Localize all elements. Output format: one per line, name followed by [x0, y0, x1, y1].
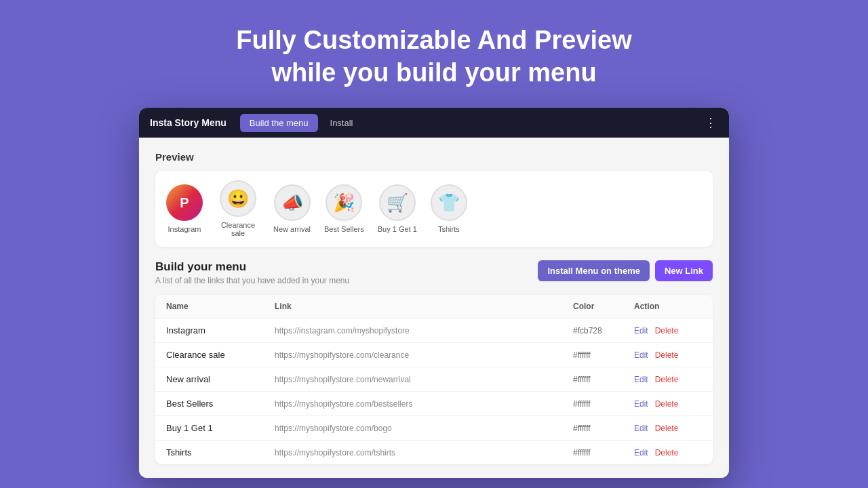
- col-link: Link: [275, 302, 573, 311]
- edit-button[interactable]: Edit: [634, 375, 648, 384]
- row-color: #ffffff: [573, 448, 634, 458]
- col-color: Color: [573, 302, 634, 311]
- row-name: Tshirts: [166, 447, 275, 458]
- delete-button[interactable]: Delete: [655, 350, 679, 360]
- story-circle-tshirts: 👕: [431, 184, 467, 221]
- table-row: Instagram https://instagram.com/myshopif…: [155, 319, 713, 343]
- nav-tabs: Build the menu Install: [240, 114, 363, 132]
- delete-button[interactable]: Delete: [655, 448, 679, 458]
- build-title: Build your menu: [155, 260, 349, 274]
- row-color: #ffffff: [573, 350, 634, 360]
- table-header: Name Link Color Action: [155, 295, 713, 319]
- story-name-instagram: Instagram: [168, 225, 201, 233]
- row-action: Edit Delete: [634, 326, 702, 336]
- story-circle-instagram: P: [166, 184, 203, 221]
- row-link: https://myshopifystore.com/newarrival: [275, 375, 573, 384]
- edit-button[interactable]: Edit: [634, 350, 648, 360]
- edit-button[interactable]: Edit: [634, 448, 648, 458]
- row-color: #ffffff: [573, 375, 634, 384]
- row-color: #fcb728: [573, 326, 634, 336]
- row-action: Edit Delete: [634, 375, 702, 384]
- hero-line1: Fully Customizable And Preview: [236, 26, 632, 54]
- row-name: New arrival: [166, 374, 275, 384]
- row-link: https://myshopifystore.com/clearance: [275, 350, 573, 360]
- table-row: Best Sellers https://myshopifystore.com/…: [155, 392, 713, 416]
- delete-button[interactable]: Delete: [655, 326, 679, 336]
- row-name: Instagram: [166, 325, 275, 336]
- more-options-button[interactable]: ⋮: [705, 115, 718, 130]
- table-row: Tshirts https://myshopifystore.com/tshir…: [155, 441, 713, 464]
- story-item-clearance[interactable]: 😀 Clearance sale: [216, 180, 260, 237]
- story-item-tshirts[interactable]: 👕 Tshirts: [431, 184, 467, 233]
- story-circle-new-arrival: 📣: [274, 184, 311, 221]
- nav-bar: Insta Story Menu Build the menu Install …: [139, 108, 729, 138]
- story-preview-row: P Instagram 😀 Clearance sale 📣 New arriv…: [155, 171, 713, 247]
- delete-button[interactable]: Delete: [655, 424, 679, 433]
- story-name-clearance: Clearance sale: [216, 221, 260, 237]
- col-action: Action: [634, 302, 702, 311]
- hero-line2: while you build your menu: [271, 58, 596, 87]
- edit-button[interactable]: Edit: [634, 326, 648, 336]
- app-window: Insta Story Menu Build the menu Install …: [139, 108, 729, 478]
- preview-label: Preview: [155, 151, 713, 163]
- story-name-tshirts: Tshirts: [438, 225, 460, 233]
- row-link: https://myshopifystore.com/bestsellers: [275, 399, 573, 409]
- story-circle-buy1get1: 🛒: [379, 184, 416, 221]
- row-link: https://myshopifystore.com/bogo: [275, 424, 573, 433]
- row-color: #ffffff: [573, 424, 634, 433]
- edit-button[interactable]: Edit: [634, 424, 648, 433]
- story-name-buy1get1: Buy 1 Get 1: [378, 225, 417, 233]
- table-row: Buy 1 Get 1 https://myshopifystore.com/b…: [155, 416, 713, 441]
- story-circle-best-sellers: 🎉: [326, 184, 362, 221]
- install-menu-button[interactable]: Install Menu on theme: [538, 260, 650, 281]
- col-name: Name: [166, 302, 275, 311]
- build-header: Build your menu A list of all the links …: [155, 260, 713, 285]
- story-circle-clearance: 😀: [220, 180, 256, 217]
- delete-button[interactable]: Delete: [655, 375, 679, 384]
- story-item-best-sellers[interactable]: 🎉 Best Sellers: [324, 184, 364, 233]
- story-name-best-sellers: Best Sellers: [324, 225, 364, 233]
- row-action: Edit Delete: [634, 424, 702, 433]
- row-action: Edit Delete: [634, 448, 702, 458]
- delete-button[interactable]: Delete: [655, 399, 679, 409]
- build-actions: Install Menu on theme New Link: [538, 260, 713, 281]
- table-row: Clearance sale https://myshopifystore.co…: [155, 343, 713, 367]
- build-title-block: Build your menu A list of all the links …: [155, 260, 349, 285]
- row-name: Best Sellers: [166, 399, 275, 409]
- table-row: New arrival https://myshopifystore.com/n…: [155, 367, 713, 392]
- row-action: Edit Delete: [634, 399, 702, 409]
- edit-button[interactable]: Edit: [634, 399, 648, 409]
- row-name: Clearance sale: [166, 350, 275, 360]
- nav-brand: Insta Story Menu: [150, 117, 226, 128]
- nav-tab-build[interactable]: Build the menu: [240, 114, 318, 132]
- story-item-new-arrival[interactable]: 📣 New arrival: [273, 184, 311, 233]
- hero-section: Fully Customizable And Preview while you…: [236, 24, 632, 89]
- story-item-buy1get1[interactable]: 🛒 Buy 1 Get 1: [378, 184, 417, 233]
- row-link: https://instagram.com/myshopifystore: [275, 326, 573, 336]
- row-color: #ffffff: [573, 399, 634, 409]
- new-link-button[interactable]: New Link: [655, 260, 713, 281]
- main-content: Preview P Instagram 😀 Clearance sale 📣 N…: [139, 138, 729, 478]
- nav-tab-install[interactable]: Install: [321, 114, 363, 132]
- row-link: https://myshopifystore.com/tshirts: [275, 448, 573, 458]
- story-item-instagram[interactable]: P Instagram: [166, 184, 203, 233]
- row-action: Edit Delete: [634, 350, 702, 360]
- menu-table: Name Link Color Action Instagram https:/…: [155, 295, 713, 464]
- build-subtitle: A list of all the links that you have ad…: [155, 276, 349, 285]
- story-name-new-arrival: New arrival: [273, 225, 311, 233]
- row-name: Buy 1 Get 1: [166, 423, 275, 433]
